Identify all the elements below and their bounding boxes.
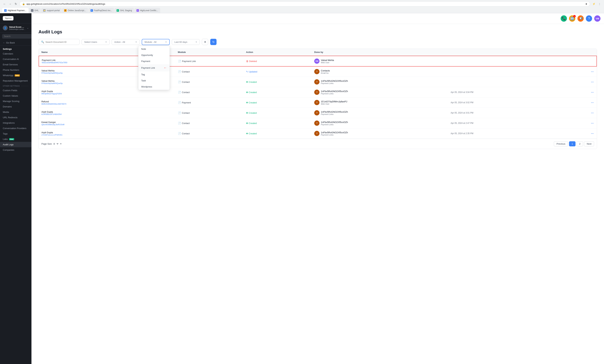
reload-button[interactable]: ↻ [13, 1, 18, 6]
browser-actions: ⚡ ⋮ [591, 1, 602, 6]
search-document-id-input[interactable] [45, 41, 77, 43]
done-by-avatar: ? [314, 100, 319, 105]
tab-fastpay[interactable]: F FastPayDirect inv... [88, 8, 114, 13]
table-row: Vatsal Mehta FFKtckXlqViaAR5QveSp 📄 Cont… [39, 67, 597, 77]
table-body: Payment Link 65b2cb3b4bba0945762a7950 📄 … [39, 56, 597, 139]
page-2-button[interactable]: 2 [577, 141, 583, 146]
notification-button[interactable]: 🆕 3 [569, 15, 575, 22]
sidebar-item-custom-values[interactable]: Custom Values [0, 93, 31, 98]
module-option-tag[interactable]: Tag [138, 72, 170, 78]
search-input-wrap[interactable]: 🔍 [38, 39, 79, 45]
tab-ghl[interactable]: G GHL [29, 8, 41, 13]
refresh-button[interactable]: ↻ [210, 39, 216, 45]
tab-support[interactable]: 📁 support-portal [41, 8, 62, 13]
row-action-menu-button[interactable]: ⋯ [591, 80, 594, 84]
done-by-info: Contacts Email Isv [321, 69, 330, 74]
action-filter-dropdown[interactable]: Action - All ▼ [112, 39, 140, 45]
action-badge: ✚ Created [246, 132, 257, 135]
row-id[interactable]: 8W3plWswTbgyq3YjlVit [41, 93, 178, 95]
sidebar-item-phone-numbers[interactable]: Phone Numbers [0, 67, 31, 73]
sidebar-item-reputation[interactable]: Reputation Management [0, 78, 31, 84]
action-icon: ✚ [246, 81, 248, 83]
filters-bar: 🔍 Select Users ▼ Action - All ▼ Module -… [38, 39, 597, 45]
module-option-task[interactable]: Task [138, 78, 170, 84]
forward-button[interactable]: → [8, 1, 13, 6]
sidebar-item-custom-fields[interactable]: Custom Fields [0, 88, 31, 93]
tab-favicon-cert: H [137, 9, 139, 12]
sidebar-item-audit-logs[interactable]: Audit Logs [0, 142, 31, 147]
sidebar-item-integrations[interactable]: Integrations [0, 120, 31, 126]
module-icon: 📄 [178, 81, 181, 83]
page-1-button[interactable]: 1 [569, 141, 576, 146]
sidebar-item-conversation-providers[interactable]: Conversation Providers [0, 126, 31, 131]
row-action-menu-button[interactable]: ⋯ [591, 70, 594, 73]
back-button[interactable]: ← [2, 1, 7, 6]
sidebar-item-whatsapp[interactable]: WhatsApp beta [0, 73, 31, 78]
row-action-menu-button[interactable]: ⋯ [591, 132, 594, 135]
tab-staging[interactable]: G GHL Staging [114, 8, 134, 13]
next-page-button[interactable]: Next [584, 141, 594, 146]
row-action-menu-button[interactable]: ⋯ [591, 101, 594, 104]
module-option-payment-link[interactable]: Payment Link ← [138, 64, 170, 72]
page-size-control[interactable]: Page Size 8 16 32 ▼ [41, 142, 62, 145]
sidebar-account[interactable]: 👤 Vatsal Ecom Store Doloremque conseq...… [0, 24, 31, 33]
settings-section-title: Settings [0, 46, 31, 51]
phone-button[interactable]: 📞 [561, 15, 567, 22]
row-action-menu-button[interactable]: ⋯ [591, 121, 594, 125]
sidebar-item-url-redirects[interactable]: URL Redirects [0, 115, 31, 120]
cell-timestamp: Apr 05, 2024 at 2:47 PM [451, 122, 587, 124]
pagination-bar: Page Size 8 16 32 ▼ Previous 1 2 Next [39, 139, 597, 149]
sidebar-item-domains[interactable]: Domains [0, 104, 31, 109]
module-filter-dropdown[interactable]: Module - All ▼ [142, 39, 170, 45]
module-option-note[interactable]: Note [138, 46, 170, 52]
extensions-button[interactable]: ⚡ [591, 1, 596, 6]
menu-button[interactable]: ⋮ [597, 1, 602, 6]
module-option-payment[interactable]: Payment [138, 58, 170, 64]
previous-page-button[interactable]: Previous [554, 141, 568, 146]
done-by-info: 1nFbv5RoGNO2Xf5cxOZh Payment Links [321, 121, 348, 126]
module-option-wordpress[interactable]: Wordpress [138, 84, 170, 90]
module-label: Contact [182, 122, 190, 124]
date-filter-dropdown[interactable]: Last 60 days ▼ [172, 39, 200, 45]
done-by-name: 1nFbv5RoGNO2Xf5cxOZh [321, 90, 348, 93]
done-by-sub: Web User [321, 103, 347, 105]
sidebar-item-email-services[interactable]: Email Services [0, 62, 31, 67]
action-badge: ✚ Created [246, 91, 257, 94]
row-action-menu-button[interactable]: ⋯ [591, 91, 594, 94]
other-settings-divider: OTHER SETTINGS [0, 84, 31, 88]
sidebar-back-btn[interactable]: ← Go Back [0, 40, 31, 46]
row-id[interactable]: x7sVeFooLxLcoPIdhhA1 [41, 134, 178, 136]
sidebar-item-companies[interactable]: Companies [0, 147, 31, 153]
address-bar[interactable]: 🔒 app.gohighlevel.com/v2/location/1nFbv5… [20, 1, 590, 6]
select-users-dropdown[interactable]: Select Users ▼ [82, 39, 110, 45]
row-id[interactable]: 660fc5369d4434ec4d576674 [41, 103, 178, 105]
help-button[interactable]: ? [586, 15, 592, 22]
cell-module: 📄 Contact [178, 81, 246, 83]
account-icon: 👤 [3, 25, 8, 30]
tab-js[interactable]: P Online JavaScript... [62, 8, 88, 13]
page-size-select[interactable]: 8 16 32 [53, 142, 59, 145]
sidebar-item-media[interactable]: Media [0, 109, 31, 115]
sidebar-item-manage-scoring[interactable]: Manage Scoring [0, 98, 31, 104]
tab-highlevel[interactable]: H Highlevel Paymen... [2, 8, 28, 13]
cell-action: ✎ Updated [246, 70, 314, 73]
action-icon: ✚ [246, 101, 248, 104]
row-id[interactable]: kIJ4fSBEs3lTzHb0r0N4 [41, 113, 178, 115]
sidebar-item-labs[interactable]: Labs New [0, 136, 31, 142]
sidebar-item-calendars[interactable]: Calendars [0, 51, 31, 56]
row-id[interactable]: QbvmfO6MisdqL8eRU5vM [41, 123, 178, 126]
module-option-opportunity[interactable]: Opportunity [138, 52, 170, 58]
cell-action: ✚ Created [246, 122, 314, 124]
tab-cert[interactable]: H HighLevel Certific... [134, 8, 160, 13]
module-label: Contact [182, 81, 190, 83]
action-icon: 🗑 [246, 60, 248, 62]
megaphone-button[interactable]: 📢 [578, 15, 584, 22]
tab-favicon-staging: G [117, 9, 119, 12]
sidebar-item-conversation-ai[interactable]: Conversation AI [0, 56, 31, 62]
row-action-menu-button[interactable]: ⋯ [591, 111, 594, 115]
sidebar-item-tags[interactable]: Tags [0, 131, 31, 136]
clear-filter-button[interactable]: ✕ [202, 39, 208, 45]
sidebar-search-input[interactable] [2, 34, 31, 39]
done-by-avatar: ? [314, 69, 319, 74]
user-avatar[interactable]: VM [594, 15, 601, 22]
